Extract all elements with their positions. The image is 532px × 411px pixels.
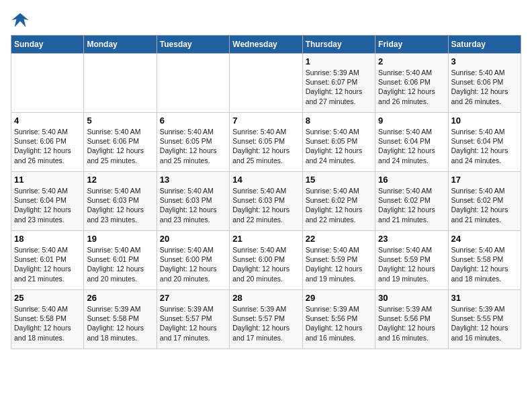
day-number: 11 bbox=[14, 175, 81, 185]
day-info: Sunrise: 5:40 AM Sunset: 6:01 PM Dayligh… bbox=[87, 245, 153, 283]
day-info: Sunrise: 5:39 AM Sunset: 5:56 PM Dayligh… bbox=[306, 304, 372, 342]
day-info: Sunrise: 5:40 AM Sunset: 6:00 PM Dayligh… bbox=[232, 245, 299, 283]
calendar-cell: 17Sunrise: 5:40 AM Sunset: 6:02 PM Dayli… bbox=[448, 172, 521, 231]
day-info: Sunrise: 5:39 AM Sunset: 5:57 PM Dayligh… bbox=[160, 304, 226, 342]
calendar-cell: 5Sunrise: 5:40 AM Sunset: 6:06 PM Daylig… bbox=[84, 113, 157, 172]
day-info: Sunrise: 5:40 AM Sunset: 6:00 PM Dayligh… bbox=[160, 245, 226, 283]
day-number: 30 bbox=[378, 293, 445, 303]
day-number: 1 bbox=[306, 56, 372, 66]
logo-bird-icon bbox=[11, 11, 30, 30]
calendar-cell bbox=[157, 54, 229, 113]
day-info: Sunrise: 5:40 AM Sunset: 6:04 PM Dayligh… bbox=[451, 127, 518, 165]
day-info: Sunrise: 5:40 AM Sunset: 6:05 PM Dayligh… bbox=[232, 127, 299, 165]
calendar-cell: 2Sunrise: 5:40 AM Sunset: 6:06 PM Daylig… bbox=[375, 54, 448, 113]
calendar-cell: 22Sunrise: 5:40 AM Sunset: 5:59 PM Dayli… bbox=[302, 231, 375, 290]
day-info: Sunrise: 5:40 AM Sunset: 6:02 PM Dayligh… bbox=[451, 186, 518, 224]
calendar-cell: 3Sunrise: 5:40 AM Sunset: 6:06 PM Daylig… bbox=[448, 54, 521, 113]
day-number: 15 bbox=[306, 175, 372, 185]
day-info: Sunrise: 5:39 AM Sunset: 5:55 PM Dayligh… bbox=[451, 304, 518, 342]
day-number: 31 bbox=[451, 293, 518, 303]
day-number: 7 bbox=[232, 116, 299, 126]
day-number: 10 bbox=[451, 116, 518, 126]
day-info: Sunrise: 5:40 AM Sunset: 6:05 PM Dayligh… bbox=[306, 127, 372, 165]
day-number: 6 bbox=[160, 116, 226, 126]
day-info: Sunrise: 5:39 AM Sunset: 6:07 PM Dayligh… bbox=[306, 68, 372, 106]
calendar-cell: 1Sunrise: 5:39 AM Sunset: 6:07 PM Daylig… bbox=[302, 54, 375, 113]
calendar-cell: 28Sunrise: 5:39 AM Sunset: 5:57 PM Dayli… bbox=[230, 290, 302, 349]
day-number: 8 bbox=[306, 116, 372, 126]
day-info: Sunrise: 5:40 AM Sunset: 6:02 PM Dayligh… bbox=[306, 186, 372, 224]
calendar-cell: 25Sunrise: 5:40 AM Sunset: 5:58 PM Dayli… bbox=[11, 290, 84, 349]
day-number: 28 bbox=[232, 293, 299, 303]
calendar-cell: 15Sunrise: 5:40 AM Sunset: 6:02 PM Dayli… bbox=[302, 172, 375, 231]
day-info: Sunrise: 5:40 AM Sunset: 5:58 PM Dayligh… bbox=[451, 245, 518, 283]
calendar-table: SundayMondayTuesdayWednesdayThursdayFrid… bbox=[11, 35, 521, 349]
day-info: Sunrise: 5:40 AM Sunset: 5:59 PM Dayligh… bbox=[378, 245, 445, 283]
calendar-cell: 16Sunrise: 5:40 AM Sunset: 6:02 PM Dayli… bbox=[375, 172, 448, 231]
calendar-cell: 26Sunrise: 5:39 AM Sunset: 5:58 PM Dayli… bbox=[84, 290, 157, 349]
calendar-cell: 10Sunrise: 5:40 AM Sunset: 6:04 PM Dayli… bbox=[448, 113, 521, 172]
day-info: Sunrise: 5:40 AM Sunset: 6:05 PM Dayligh… bbox=[160, 127, 226, 165]
day-number: 23 bbox=[378, 234, 445, 244]
calendar-cell: 31Sunrise: 5:39 AM Sunset: 5:55 PM Dayli… bbox=[448, 290, 521, 349]
day-info: Sunrise: 5:40 AM Sunset: 5:59 PM Dayligh… bbox=[306, 245, 372, 283]
calendar-cell: 9Sunrise: 5:40 AM Sunset: 6:04 PM Daylig… bbox=[375, 113, 448, 172]
weekday-header: Sunday bbox=[11, 36, 84, 54]
calendar-cell: 23Sunrise: 5:40 AM Sunset: 5:59 PM Dayli… bbox=[375, 231, 448, 290]
day-number: 3 bbox=[451, 56, 518, 66]
weekday-header: Tuesday bbox=[157, 36, 229, 54]
day-number: 9 bbox=[378, 116, 445, 126]
svg-marker-0 bbox=[11, 13, 28, 28]
day-number: 26 bbox=[87, 293, 153, 303]
day-info: Sunrise: 5:40 AM Sunset: 6:04 PM Dayligh… bbox=[14, 186, 81, 224]
calendar-cell: 18Sunrise: 5:40 AM Sunset: 6:01 PM Dayli… bbox=[11, 231, 84, 290]
calendar-cell: 7Sunrise: 5:40 AM Sunset: 6:05 PM Daylig… bbox=[230, 113, 302, 172]
calendar-week-row: 4Sunrise: 5:40 AM Sunset: 6:06 PM Daylig… bbox=[11, 113, 521, 172]
weekday-header: Saturday bbox=[448, 36, 521, 54]
day-number: 19 bbox=[87, 234, 153, 244]
calendar-cell: 6Sunrise: 5:40 AM Sunset: 6:05 PM Daylig… bbox=[157, 113, 229, 172]
logo bbox=[11, 11, 32, 30]
calendar-week-row: 11Sunrise: 5:40 AM Sunset: 6:04 PM Dayli… bbox=[11, 172, 521, 231]
calendar-cell: 4Sunrise: 5:40 AM Sunset: 6:06 PM Daylig… bbox=[11, 113, 84, 172]
day-number: 18 bbox=[14, 234, 81, 244]
day-info: Sunrise: 5:40 AM Sunset: 5:58 PM Dayligh… bbox=[14, 304, 81, 342]
calendar-cell: 24Sunrise: 5:40 AM Sunset: 5:58 PM Dayli… bbox=[448, 231, 521, 290]
day-number: 4 bbox=[14, 116, 81, 126]
calendar-cell bbox=[84, 54, 157, 113]
weekday-header: Wednesday bbox=[230, 36, 302, 54]
day-number: 12 bbox=[87, 175, 153, 185]
day-info: Sunrise: 5:40 AM Sunset: 6:03 PM Dayligh… bbox=[160, 186, 226, 224]
day-number: 17 bbox=[451, 175, 518, 185]
calendar-cell: 19Sunrise: 5:40 AM Sunset: 6:01 PM Dayli… bbox=[84, 231, 157, 290]
day-info: Sunrise: 5:40 AM Sunset: 6:06 PM Dayligh… bbox=[87, 127, 153, 165]
weekday-header: Friday bbox=[375, 36, 448, 54]
day-info: Sunrise: 5:40 AM Sunset: 6:04 PM Dayligh… bbox=[378, 127, 445, 165]
day-info: Sunrise: 5:40 AM Sunset: 6:02 PM Dayligh… bbox=[378, 186, 445, 224]
calendar-cell: 14Sunrise: 5:40 AM Sunset: 6:03 PM Dayli… bbox=[230, 172, 302, 231]
day-info: Sunrise: 5:39 AM Sunset: 5:57 PM Dayligh… bbox=[232, 304, 299, 342]
calendar-cell bbox=[230, 54, 302, 113]
day-info: Sunrise: 5:40 AM Sunset: 6:06 PM Dayligh… bbox=[378, 68, 445, 106]
calendar-week-row: 18Sunrise: 5:40 AM Sunset: 6:01 PM Dayli… bbox=[11, 231, 521, 290]
weekday-header: Thursday bbox=[302, 36, 375, 54]
calendar-cell: 29Sunrise: 5:39 AM Sunset: 5:56 PM Dayli… bbox=[302, 290, 375, 349]
weekday-header: Monday bbox=[84, 36, 157, 54]
page-header bbox=[11, 11, 521, 30]
calendar-cell: 30Sunrise: 5:39 AM Sunset: 5:56 PM Dayli… bbox=[375, 290, 448, 349]
day-info: Sunrise: 5:40 AM Sunset: 6:03 PM Dayligh… bbox=[87, 186, 153, 224]
day-number: 21 bbox=[232, 234, 299, 244]
calendar-week-row: 1Sunrise: 5:39 AM Sunset: 6:07 PM Daylig… bbox=[11, 54, 521, 113]
day-number: 22 bbox=[306, 234, 372, 244]
day-info: Sunrise: 5:39 AM Sunset: 5:56 PM Dayligh… bbox=[378, 304, 445, 342]
day-number: 27 bbox=[160, 293, 226, 303]
day-number: 20 bbox=[160, 234, 226, 244]
day-number: 25 bbox=[14, 293, 81, 303]
day-number: 2 bbox=[378, 56, 445, 66]
day-number: 13 bbox=[160, 175, 226, 185]
day-number: 14 bbox=[232, 175, 299, 185]
calendar-cell: 27Sunrise: 5:39 AM Sunset: 5:57 PM Dayli… bbox=[157, 290, 229, 349]
calendar-cell: 8Sunrise: 5:40 AM Sunset: 6:05 PM Daylig… bbox=[302, 113, 375, 172]
day-info: Sunrise: 5:40 AM Sunset: 6:03 PM Dayligh… bbox=[232, 186, 299, 224]
day-info: Sunrise: 5:40 AM Sunset: 6:01 PM Dayligh… bbox=[14, 245, 81, 283]
